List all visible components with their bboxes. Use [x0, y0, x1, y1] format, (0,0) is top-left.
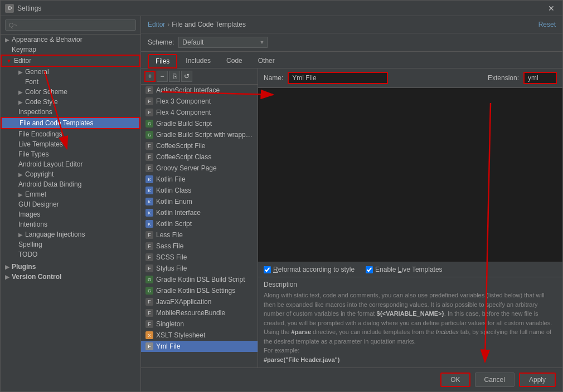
file-icon: F	[145, 298, 153, 306]
close-button[interactable]: ✕	[545, 3, 558, 14]
remove-template-button[interactable]: −	[157, 71, 168, 82]
file-icon: F	[145, 242, 153, 250]
template-item-mobile[interactable]: F MobileResourceBundle	[141, 307, 258, 318]
copy-template-button[interactable]: ⎘	[169, 71, 180, 82]
sidebar: ▶ Appearance & Behavior Keymap ▼ Editor …	[1, 16, 141, 391]
template-item-kotlin-enum[interactable]: K Kotlin Enum	[141, 196, 258, 207]
bottom-buttons: OK Cancel Apply	[141, 367, 562, 391]
cancel-button[interactable]: Cancel	[475, 373, 515, 387]
add-template-button[interactable]: +	[144, 71, 156, 82]
breadcrumb-separator: ›	[167, 21, 169, 28]
template-item-coffeescript-file[interactable]: F CoffeeScript File	[141, 140, 258, 151]
live-templates-checkbox[interactable]	[366, 266, 373, 273]
tab-includes[interactable]: Includes	[178, 54, 218, 68]
template-item-gradle[interactable]: G Gradle Build Script	[141, 118, 258, 129]
template-item-kotlin-interface[interactable]: K Kotlin Interface	[141, 207, 258, 218]
template-item-xslt[interactable]: X XSLT Stylesheet	[141, 330, 258, 341]
name-input[interactable]	[288, 72, 387, 84]
file-icon: F	[145, 320, 153, 328]
file-icon: F	[145, 142, 153, 150]
app-icon: ⚙	[5, 4, 14, 13]
scheme-select[interactable]: Default Project	[178, 37, 268, 48]
template-item-kotlin-class[interactable]: K Kotlin Class	[141, 185, 258, 196]
sidebar-item-gui-designer[interactable]: GUI Designer	[1, 199, 140, 209]
sidebar-item-intentions[interactable]: Intentions	[1, 219, 140, 229]
sidebar-item-inspections[interactable]: Inspections	[1, 107, 140, 117]
reformat-checkbox[interactable]	[264, 266, 271, 273]
template-item-stylus[interactable]: F Stylus File	[141, 263, 258, 274]
tabs-row: Files Includes Code Other	[141, 52, 562, 68]
sidebar-item-file-code-templates[interactable]: File and Code Templates	[1, 117, 140, 129]
tab-files[interactable]: Files	[148, 54, 177, 68]
reformat-checkbox-wrap[interactable]: Reformat according to style	[264, 266, 355, 273]
sidebar-search-area	[1, 16, 140, 35]
template-item-less[interactable]: F Less File	[141, 229, 258, 241]
sidebar-item-todo[interactable]: TODO	[1, 249, 140, 259]
template-item-singleton[interactable]: F Singleton	[141, 318, 258, 330]
gradle-icon: G	[145, 287, 153, 295]
sidebar-item-file-types[interactable]: File Types	[1, 149, 140, 159]
template-item-kotlin-file[interactable]: K Kotlin File	[141, 174, 258, 185]
breadcrumb-parent[interactable]: Editor	[148, 21, 165, 28]
extension-label: Extension:	[488, 74, 519, 82]
sidebar-item-keymap[interactable]: Keymap	[1, 45, 140, 55]
sidebar-item-code-style[interactable]: ▶ Code Style	[1, 97, 140, 107]
template-item-gradle-wrapper[interactable]: G Gradle Build Script with wrapp…	[141, 129, 258, 140]
tab-other[interactable]: Other	[251, 54, 282, 68]
sidebar-item-copyright[interactable]: ▶ Copyright	[1, 169, 140, 179]
sidebar-item-appearance[interactable]: ▶ Appearance & Behavior	[1, 35, 140, 45]
sidebar-item-emmet[interactable]: ▶ Emmet	[1, 189, 140, 199]
live-templates-checkbox-wrap[interactable]: Enable Live Templates	[366, 266, 443, 273]
sidebar-item-general[interactable]: ▶ General	[1, 67, 140, 77]
sidebar-item-android-layout[interactable]: Android Layout Editor	[1, 159, 140, 169]
sidebar-item-font[interactable]: Font	[1, 77, 140, 87]
template-item-scss[interactable]: F SCSS File	[141, 252, 258, 263]
apply-button[interactable]: Apply	[519, 373, 556, 387]
tab-code[interactable]: Code	[219, 54, 250, 68]
file-icon: F	[145, 253, 153, 261]
file-icon: F	[145, 231, 153, 239]
sidebar-item-color-scheme[interactable]: ▶ Color Scheme	[1, 87, 140, 97]
template-item-yml[interactable]: F Yml File	[141, 341, 258, 352]
sidebar-item-spelling[interactable]: Spelling	[1, 239, 140, 249]
title-bar: ⚙ Settings ✕	[1, 1, 562, 16]
reset-template-button[interactable]: ↺	[181, 71, 192, 82]
template-item-javafx[interactable]: F JavaFXApplication	[141, 296, 258, 307]
list-toolbar: + − ⎘ ↺	[141, 68, 258, 85]
extension-input[interactable]	[523, 72, 557, 84]
file-icon: F	[145, 86, 153, 94]
sidebar-version-control[interactable]: ▶ Version Control	[1, 272, 140, 282]
template-item-gradle-kotlin-dsl[interactable]: G Gradle Kotlin DSL Build Script	[141, 274, 258, 285]
file-icon: F	[145, 342, 153, 350]
template-item-flex3[interactable]: F Flex 3 Component	[141, 96, 258, 107]
template-item-flex4[interactable]: F Flex 4 Component	[141, 107, 258, 118]
gradle-icon: G	[145, 120, 153, 128]
sidebar-plugins[interactable]: ▶ Plugins	[1, 262, 140, 272]
sidebar-item-images[interactable]: Images	[1, 209, 140, 219]
template-area: + − ⎘ ↺ F ActionScript Interface F	[141, 68, 562, 367]
name-ext-row: Name: Extension:	[258, 68, 562, 88]
sidebar-item-file-encodings[interactable]: File Encodings	[1, 129, 140, 139]
kotlin-icon: K	[145, 198, 153, 205]
file-icon: F	[145, 97, 153, 105]
sidebar-item-live-templates[interactable]: Live Templates	[1, 139, 140, 149]
template-item-kotlin-script[interactable]: K Kotlin Script	[141, 218, 258, 229]
sidebar-item-android-data-binding[interactable]: Android Data Binding	[1, 179, 140, 189]
search-input[interactable]	[5, 19, 136, 31]
template-item-gradle-kotlin-settings[interactable]: G Gradle Kotlin DSL Settings	[141, 285, 258, 296]
code-editor[interactable]	[258, 88, 562, 262]
template-scroll: F ActionScript Interface F Flex 3 Compon…	[141, 85, 258, 367]
ok-button[interactable]: OK	[440, 373, 470, 387]
template-item-sass[interactable]: F Sass File	[141, 241, 258, 252]
kotlin-icon: K	[145, 187, 153, 194]
sidebar-item-language-injections[interactable]: ▶ Language Injections	[1, 229, 140, 239]
template-item-coffeescript-class[interactable]: F CoffeeScript Class	[141, 151, 258, 163]
description-section: Description Along with static text, code…	[258, 277, 562, 367]
file-icon: F	[145, 109, 153, 116]
sidebar-item-editor[interactable]: ▼ Editor	[1, 55, 140, 67]
template-item-groovy[interactable]: F Groovy Server Page	[141, 163, 258, 174]
description-text: Along with static text, code and comment…	[264, 291, 557, 364]
file-icon: F	[145, 309, 153, 317]
template-item-actionscript[interactable]: F ActionScript Interface	[141, 85, 258, 96]
reset-button[interactable]: Reset	[538, 21, 556, 28]
